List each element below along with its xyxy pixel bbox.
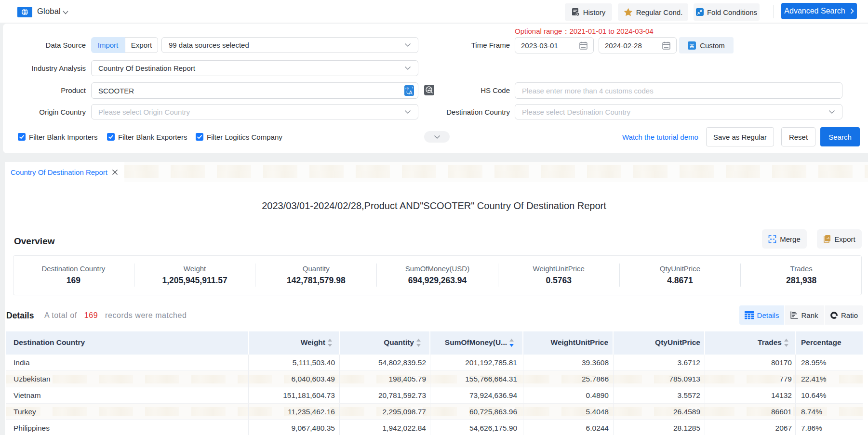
svg-text:A: A	[409, 90, 413, 95]
svg-text:⌘: ⌘	[689, 42, 694, 48]
